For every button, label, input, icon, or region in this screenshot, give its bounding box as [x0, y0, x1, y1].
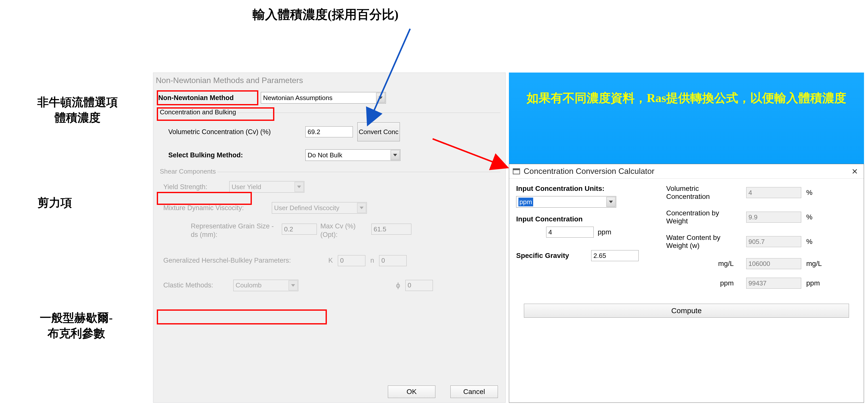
- n-input: [379, 255, 407, 266]
- cancel-button[interactable]: Cancel: [451, 385, 498, 398]
- input-units-value: ppm: [518, 198, 533, 207]
- bulking-label: Select Bulking Method:: [168, 151, 301, 159]
- dropdown-arrow-icon: [607, 197, 615, 207]
- method-value: Newtonian Assumptions: [263, 94, 332, 102]
- section-conc-legend: Concentration and Bulking: [158, 108, 238, 116]
- annotation-hb: 一般型赫歇爾- 布克利參數: [5, 310, 148, 341]
- k-input: [338, 255, 365, 266]
- mgl-label: mg/L: [666, 260, 741, 268]
- blue-info-panel: 如果有不同濃度資料，Ras提供轉換公式，以便輸入體積濃度: [509, 72, 864, 164]
- yield-select: User Yield: [229, 181, 304, 193]
- grain-input: [282, 224, 317, 235]
- convert-conc-button[interactable]: Convert Conc: [358, 122, 400, 141]
- cw-output: [746, 212, 801, 223]
- dropdown-arrow-icon: [391, 150, 400, 160]
- visc-value: User Defined Viscocity: [274, 204, 339, 212]
- grain-label: Representative Grain Size - ds (mm):: [191, 222, 278, 239]
- mgl-output: [746, 258, 801, 269]
- ppm-output: [746, 278, 801, 289]
- svg-rect-1: [513, 168, 520, 170]
- cv-input[interactable]: [305, 126, 353, 137]
- redbox-hb: [157, 309, 327, 324]
- maxcv-input: [371, 224, 411, 235]
- section-shear-legend: Shear Components: [158, 167, 217, 175]
- method-label: Non-Newtonian Method: [158, 94, 256, 102]
- annotation-top: 輸入體積濃度(採用百分比): [253, 6, 398, 23]
- unit-percent: %: [806, 238, 821, 246]
- input-units-label: Input Concentration Units:: [516, 185, 656, 193]
- annotation-line: 體積濃度: [7, 110, 148, 126]
- ccc-dialog: Concentration Conversion Calculator Inpu…: [509, 164, 864, 403]
- annotation-line: 非牛頓流體選項: [7, 95, 148, 110]
- input-conc-label: Input Concentration: [516, 215, 656, 223]
- blue-info-text: 如果有不同濃度資料，Ras提供轉換公式，以便輸入體積濃度: [509, 72, 864, 106]
- close-icon: [852, 168, 858, 174]
- clastic-select: Coulomb: [233, 280, 298, 291]
- clastic-value: Coulomb: [236, 281, 261, 289]
- wcw-output: [746, 236, 801, 247]
- n-label: n: [370, 257, 374, 264]
- maxcv-label: Max Cv (%) (Opt):: [320, 222, 368, 239]
- dialog-title: Non-Newtonian Methods and Parameters: [153, 73, 505, 90]
- unit-ppm: ppm: [806, 279, 821, 287]
- phi-label: ϕ: [396, 281, 400, 289]
- phi-input: [405, 280, 433, 291]
- dropdown-arrow-icon: [376, 93, 385, 103]
- annotation-shear: 剪力項: [37, 195, 72, 211]
- unit-mgl: mg/L: [806, 260, 821, 268]
- annotation-line: 一般型赫歇爾-: [5, 310, 148, 326]
- dropdown-arrow-icon: [294, 182, 304, 192]
- input-units-select[interactable]: ppm: [516, 196, 616, 208]
- dropdown-arrow-icon: [288, 280, 298, 290]
- dropdown-arrow-icon: [357, 203, 366, 213]
- visc-label: Mixture Dynamic Viscocity:: [163, 204, 268, 212]
- vol-conc-output: [746, 187, 801, 198]
- ok-button[interactable]: OK: [388, 385, 435, 398]
- sg-input[interactable]: [591, 250, 639, 261]
- close-button[interactable]: [849, 166, 860, 177]
- hb-label: Generalized Herschel-Bulkley Parameters:: [163, 257, 323, 264]
- input-conc-unit: ppm: [598, 228, 611, 236]
- yield-label: Yield Strength:: [163, 183, 226, 191]
- compute-button[interactable]: Compute: [524, 304, 849, 318]
- unit-percent: %: [806, 189, 821, 197]
- visc-select: User Defined Viscocity: [272, 202, 367, 214]
- yield-value: User Yield: [231, 183, 261, 191]
- k-label: K: [328, 257, 333, 264]
- unit-percent: %: [806, 213, 821, 221]
- annotation-nonNewton: 非牛頓流體選項 體積濃度: [7, 95, 148, 126]
- ccc-titlebar: Concentration Conversion Calculator: [509, 164, 864, 179]
- method-select[interactable]: Newtonian Assumptions: [261, 92, 386, 103]
- wcw-label: Water Content by Weight (w): [666, 233, 741, 250]
- ppm-label: ppm: [666, 279, 741, 287]
- clastic-label: Clastic Methods:: [163, 281, 228, 289]
- cw-label: Concentration by Weight: [666, 209, 741, 225]
- window-icon: [513, 168, 520, 174]
- ccc-title: Concentration Conversion Calculator: [524, 166, 849, 176]
- cv-label: Volumetric Concentration (Cv) (%): [168, 128, 301, 136]
- bulking-select[interactable]: Do Not Bulk: [305, 149, 400, 161]
- bulking-value: Do Not Bulk: [308, 151, 342, 159]
- vol-conc-label: Volumetric Concentration: [666, 185, 741, 200]
- sg-label: Specific Gravity: [516, 252, 586, 260]
- annotation-line: 布克利參數: [5, 326, 148, 341]
- main-dialog: Non-Newtonian Methods and Parameters Non…: [153, 72, 506, 403]
- input-conc-input[interactable]: [546, 227, 594, 238]
